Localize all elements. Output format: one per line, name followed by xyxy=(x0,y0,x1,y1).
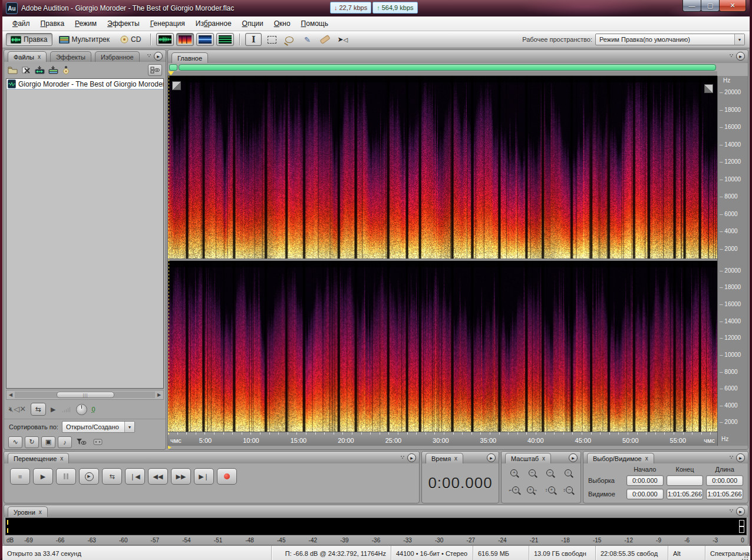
menu-item[interactable]: Опции xyxy=(237,18,269,29)
zoom-navigator[interactable] xyxy=(168,63,717,71)
multitrack-view-button[interactable]: Мультитрек xyxy=(55,34,114,45)
menu-item[interactable]: Файл xyxy=(7,18,35,29)
playhead-strip-top[interactable] xyxy=(168,71,717,76)
zoom-to-left-edge-button[interactable]: ⌐+ xyxy=(506,484,522,496)
spectral-frequency-display-button[interactable] xyxy=(176,33,194,46)
tab-main[interactable]: Главное xyxy=(171,52,208,63)
zoom-out-full-button[interactable]: − xyxy=(542,467,558,479)
rewind-button[interactable]: ◀◀ xyxy=(148,468,168,485)
panel-menu-button[interactable]: ▶ xyxy=(736,453,745,462)
maximize-button[interactable]: ▢ xyxy=(701,0,720,12)
status-file-size[interactable]: 616.59 МБ xyxy=(473,546,529,560)
close-icon[interactable]: x xyxy=(542,455,545,462)
playhead-marker-top[interactable] xyxy=(168,71,174,75)
preview-volume-value[interactable]: 0 xyxy=(92,406,95,413)
tab-transport[interactable]: Перемещение x xyxy=(8,453,69,463)
panel-menu-button[interactable]: ▶ xyxy=(154,52,163,61)
status-format[interactable]: 44100 • 16-бит • Стерео xyxy=(391,546,473,560)
cd-list-toggle[interactable] xyxy=(91,436,105,448)
loop-play-button[interactable]: ⇆ xyxy=(102,468,122,485)
tab-levels[interactable]: Уровни x xyxy=(8,506,48,517)
show-audio-files-toggle[interactable]: ∿ xyxy=(8,436,22,448)
corner-handle-icon[interactable] xyxy=(172,81,181,90)
scroll-left-icon[interactable]: ◀ xyxy=(6,392,15,397)
tab-favorites[interactable]: Избранное xyxy=(95,51,140,62)
loop-preview-button[interactable]: ⇆ xyxy=(31,403,46,416)
close-icon[interactable]: x xyxy=(454,455,457,462)
view-end-field[interactable]: 1:01:05.266 xyxy=(667,489,704,499)
panel-menu-button[interactable]: ▶ xyxy=(736,52,745,61)
menu-item[interactable]: Окно xyxy=(269,18,296,29)
time-ruler[interactable]: чмс 5:0010:0015:0020:0025:0030:0035:0040… xyxy=(168,432,717,446)
frequency-ruler-bottom[interactable]: 2000018000160001400012000100008000600040… xyxy=(717,261,748,432)
import-file-button[interactable] xyxy=(8,66,18,74)
menu-item[interactable]: Правка xyxy=(35,18,70,29)
cd-view-button[interactable]: CD xyxy=(116,34,145,45)
file-list-item[interactable]: Giorgio Moroder - The Best of Giorgio Mo… xyxy=(6,79,163,90)
mute-speaker-icon[interactable]: 🔇︎◁✕ xyxy=(9,405,26,414)
play-button[interactable]: ▶ xyxy=(33,468,53,485)
insert-into-cd-button[interactable] xyxy=(62,66,71,74)
time-selection-tool[interactable]: I xyxy=(245,33,262,46)
filter-eye-toggle[interactable] xyxy=(74,436,88,448)
frequency-ruler-top[interactable]: Hz 2000018000160001400012000100008000600… xyxy=(717,76,748,259)
spectral-pan-display-button[interactable] xyxy=(196,33,214,46)
edit-view-button[interactable]: Правка xyxy=(6,33,52,46)
close-file-button[interactable] xyxy=(21,66,31,74)
spectrogram-left-channel[interactable] xyxy=(168,76,717,259)
minimize-button[interactable]: — xyxy=(682,0,701,12)
current-time-display[interactable]: 0:00.000 xyxy=(422,463,499,503)
show-midi-files-toggle[interactable]: ♪ xyxy=(58,436,72,448)
insert-into-multitrack-button[interactable] xyxy=(48,66,58,74)
spectral-phase-display-button[interactable] xyxy=(216,33,234,46)
resize-grip-icon[interactable] xyxy=(742,554,748,560)
zoom-to-selection-button[interactable]: ▫ xyxy=(560,467,576,479)
hscroll-track[interactable]: ||| xyxy=(15,392,155,398)
scroll-right-icon[interactable]: ▶ xyxy=(155,392,163,397)
level-meter[interactable] xyxy=(5,518,747,535)
tab-time[interactable]: Время x xyxy=(426,453,463,463)
view-start-field[interactable]: 0:00.000 xyxy=(626,489,664,499)
spot-healing-brush-tool[interactable] xyxy=(317,34,332,45)
go-to-end-button[interactable]: ▶❘ xyxy=(194,468,214,485)
view-length-field[interactable]: 1:01:05.266 xyxy=(706,489,743,499)
close-button[interactable]: ✕ xyxy=(719,0,746,12)
menu-item[interactable]: Помощь xyxy=(296,18,334,29)
hscroll-thumb[interactable]: ||| xyxy=(57,392,114,398)
pause-button[interactable] xyxy=(56,468,76,485)
spectrogram-right-channel[interactable] xyxy=(168,261,717,432)
effects-paintbrush-tool[interactable]: ✎ xyxy=(299,34,315,45)
clip-indicator[interactable] xyxy=(739,526,744,533)
status-view-mode[interactable]: Спектральная час xyxy=(705,546,750,560)
waveform-display-button[interactable] xyxy=(156,33,174,46)
scrub-tool[interactable]: ➤◁ xyxy=(335,34,350,45)
preview-play-button[interactable]: ▶ xyxy=(51,406,55,413)
navigator-left-handle[interactable] xyxy=(169,64,177,71)
zoom-to-right-edge-button[interactable]: +¬ xyxy=(525,484,540,496)
clip-indicator[interactable] xyxy=(739,520,744,526)
selection-end-field[interactable] xyxy=(667,475,704,486)
import-to-waveform-button[interactable] xyxy=(35,66,45,74)
sort-dropdown[interactable]: Открыто/Создано ▼ xyxy=(62,421,135,433)
close-icon[interactable]: x xyxy=(645,455,648,462)
zoom-in-vertical-button[interactable]: ↕+ xyxy=(542,484,558,496)
panel-menu-button[interactable]: ▶ xyxy=(487,453,496,462)
workspace-dropdown[interactable]: Режим Правка(по умолчанию) ▼ xyxy=(595,34,745,45)
play-from-cursor-button[interactable]: ▶ xyxy=(79,468,99,485)
panel-menu-button[interactable]: ▶ xyxy=(569,453,578,462)
tab-selection[interactable]: Выбор/Видимое x xyxy=(587,453,654,463)
close-icon[interactable]: x xyxy=(38,54,41,60)
selection-length-field[interactable]: 0:00.000 xyxy=(706,475,743,486)
stop-button[interactable]: ■ xyxy=(10,468,30,485)
zoom-out-vertical-button[interactable]: ↕− xyxy=(560,484,576,496)
file-list-hscrollbar[interactable]: ◀ ||| ▶ xyxy=(6,390,164,400)
tab-files[interactable]: Файлы x xyxy=(8,51,47,62)
marquee-selection-tool[interactable] xyxy=(264,34,279,45)
status-disk-free[interactable]: 13.09 ГБ свободн xyxy=(529,546,596,560)
record-button[interactable] xyxy=(217,468,237,485)
menu-item[interactable]: Генерация xyxy=(145,18,190,29)
panel-menu-button[interactable]: ▶ xyxy=(407,453,416,462)
preview-volume-knob[interactable] xyxy=(76,404,87,415)
show-loops-toggle[interactable]: ↻ xyxy=(25,436,39,448)
close-icon[interactable]: x xyxy=(39,509,42,515)
